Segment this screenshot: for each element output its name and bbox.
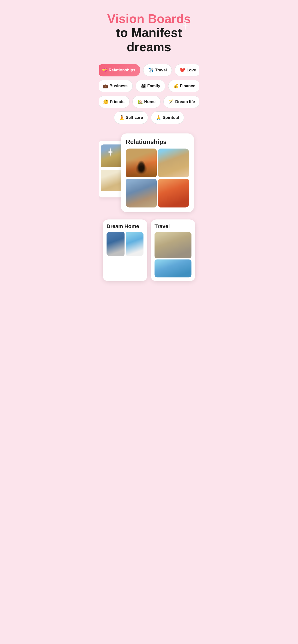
- relationships-img-couple-sunset: [126, 148, 157, 177]
- filter-love[interactable]: ❤️ Love: [175, 64, 199, 76]
- relationships-emoji: 💝: [102, 68, 107, 73]
- filter-business[interactable]: 💼 Business: [99, 80, 133, 92]
- cards-section: Relationships Dream Home: [99, 129, 199, 286]
- filter-row-4: 🧘 Self-care 🙏 Spiritual: [104, 112, 194, 124]
- selfcare-label: Self-care: [126, 115, 143, 120]
- filter-travel[interactable]: ✈️ Travel: [143, 64, 172, 76]
- love-emoji: ❤️: [180, 68, 185, 73]
- relationships-img-hands: [126, 179, 157, 208]
- love-label: Love: [186, 68, 196, 72]
- filter-dreamlife[interactable]: 🪄 Dream life: [163, 96, 199, 108]
- relationships-label: Relationships: [109, 68, 135, 72]
- travel-emoji: ✈️: [148, 68, 154, 73]
- filter-row-2: 💼 Business 👨‍👩‍👧 Family 💰 Finance: [104, 80, 194, 92]
- relationships-card[interactable]: Relationships: [121, 134, 194, 212]
- home-img-house: [126, 232, 144, 256]
- filter-spiritual[interactable]: 🙏 Spiritual: [151, 112, 184, 124]
- filter-friends[interactable]: 🤗 Friends: [99, 96, 129, 108]
- header-area: Vision Boards to Manifest dreams: [99, 0, 199, 62]
- home-emoji: 🏡: [137, 99, 143, 104]
- selfcare-emoji: 🧘: [119, 115, 124, 120]
- travel-img-ruins: [155, 232, 192, 258]
- friends-label: Friends: [110, 100, 124, 104]
- home-img-couple: [106, 232, 124, 256]
- family-emoji: 👨‍👩‍👧: [140, 84, 146, 89]
- filter-finance[interactable]: 💰 Finance: [168, 80, 199, 92]
- travel-label: Travel: [155, 68, 167, 72]
- dream-home-card[interactable]: Dream Home: [103, 220, 147, 281]
- filter-family[interactable]: 👨‍👩‍👧 Family: [135, 80, 165, 92]
- app-title: Vision Boards to Manifest dreams: [106, 12, 192, 54]
- home-label: Home: [144, 100, 156, 104]
- filter-row-3: 🤗 Friends 🏡 Home 🪄 Dream life: [104, 96, 194, 108]
- filter-selfcare[interactable]: 🧘 Self-care: [114, 112, 148, 124]
- dreamlife-label: Dream life: [175, 100, 195, 104]
- travel-card-title: Travel: [155, 223, 192, 230]
- relationships-card-title: Relationships: [126, 138, 189, 146]
- travel-img-beach: [155, 260, 192, 278]
- filter-section: 💝 Relationships ✈️ Travel ❤️ Love 💼 Busi…: [99, 62, 199, 129]
- dream-home-images-grid: [106, 232, 143, 256]
- business-emoji: 💼: [103, 84, 108, 89]
- finance-emoji: 💰: [173, 84, 179, 89]
- app-container: Vision Boards to Manifest dreams 💝 Relat…: [99, 0, 199, 296]
- filter-row-1: 💝 Relationships ✈️ Travel ❤️ Love: [104, 64, 194, 76]
- sparkle-decoration-right: [180, 19, 192, 31]
- spiritual-label: Spiritual: [163, 115, 179, 120]
- dreamlife-emoji: 🪄: [169, 99, 174, 104]
- travel-images-grid: [155, 232, 192, 278]
- filter-home[interactable]: 🏡 Home: [132, 96, 161, 108]
- sparkle-left-decoration: [104, 146, 117, 160]
- bottom-cards-row: Dream Home Travel: [99, 215, 199, 281]
- finance-label: Finance: [180, 84, 195, 88]
- spiritual-emoji: 🙏: [156, 115, 161, 120]
- title-black: to Manifest dreams: [106, 26, 192, 54]
- friends-emoji: 🤗: [103, 99, 108, 104]
- family-label: Family: [147, 84, 160, 88]
- travel-card[interactable]: Travel: [151, 220, 195, 281]
- dream-home-card-title: Dream Home: [106, 223, 143, 230]
- relationships-img-sunset-sea: [158, 179, 189, 208]
- relationships-img-woman: [158, 148, 189, 177]
- relationships-images-grid: [126, 148, 189, 208]
- business-label: Business: [109, 84, 128, 88]
- title-pink: Vision Boards: [106, 12, 192, 26]
- filter-relationships[interactable]: 💝 Relationships: [99, 64, 140, 76]
